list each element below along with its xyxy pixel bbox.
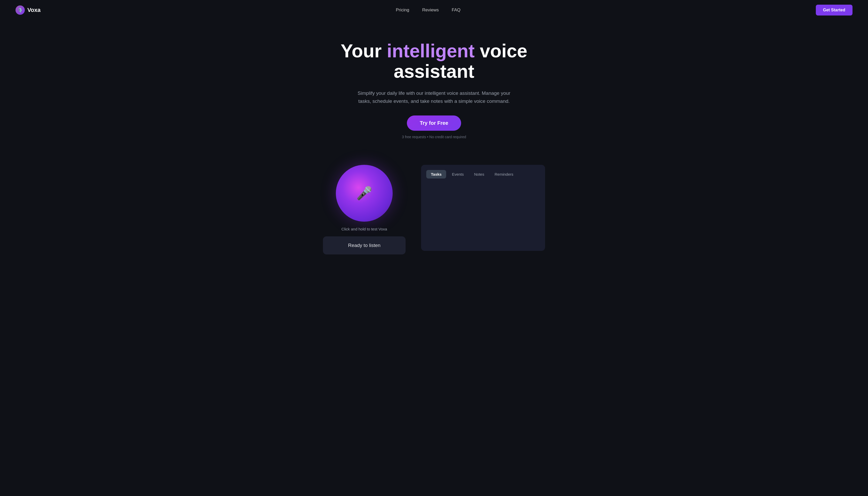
nav-link-pricing[interactable]: Pricing — [396, 7, 409, 13]
task-panel: Tasks Events Notes Reminders — [421, 165, 545, 251]
nav-link-reviews[interactable]: Reviews — [422, 7, 439, 13]
mic-button[interactable]: 🎤 — [336, 165, 393, 222]
demo-right: Tasks Events Notes Reminders — [421, 165, 545, 251]
tab-events[interactable]: Events — [447, 170, 468, 179]
logo-icon: 🎙️ — [16, 5, 25, 15]
mic-hint: Click and hold to test Voxa — [342, 227, 387, 231]
logo[interactable]: 🎙️ Voxa — [16, 5, 41, 15]
mic-icon: 🎤 — [356, 186, 372, 201]
hero-title-line2: assistant — [394, 61, 474, 82]
tab-reminders[interactable]: Reminders — [490, 170, 518, 179]
demo-left: 🎤 Click and hold to test Voxa Ready to l… — [323, 165, 406, 254]
status-text: Ready to listen — [348, 243, 381, 248]
hero-subtitle: Simplify your daily life with our intell… — [356, 89, 512, 105]
nav-link-faq[interactable]: FAQ — [452, 7, 460, 13]
hero-title: Your intelligent voice assistant — [5, 41, 863, 82]
hero-section: Your intelligent voice assistant Simplif… — [0, 20, 868, 154]
status-box: Ready to listen — [323, 236, 406, 254]
hero-title-part3: voice — [475, 41, 527, 61]
task-content — [426, 184, 540, 246]
navbar: 🎙️ Voxa Pricing Reviews FAQ Get Started — [0, 0, 868, 20]
hero-note: 3 free requests • No credit card require… — [5, 135, 863, 139]
hero-try-free-button[interactable]: Try for Free — [407, 115, 461, 131]
demo-section: 🎤 Click and hold to test Voxa Ready to l… — [253, 154, 615, 270]
nav-get-started-button[interactable]: Get Started — [816, 5, 852, 16]
tab-tasks[interactable]: Tasks — [426, 170, 446, 179]
nav-links: Pricing Reviews FAQ — [396, 7, 460, 13]
logo-text: Voxa — [27, 7, 41, 13]
task-tabs: Tasks Events Notes Reminders — [426, 170, 540, 179]
tab-notes[interactable]: Notes — [469, 170, 489, 179]
hero-title-part1: Your — [341, 41, 387, 61]
hero-title-part2: intelligent — [387, 41, 475, 61]
